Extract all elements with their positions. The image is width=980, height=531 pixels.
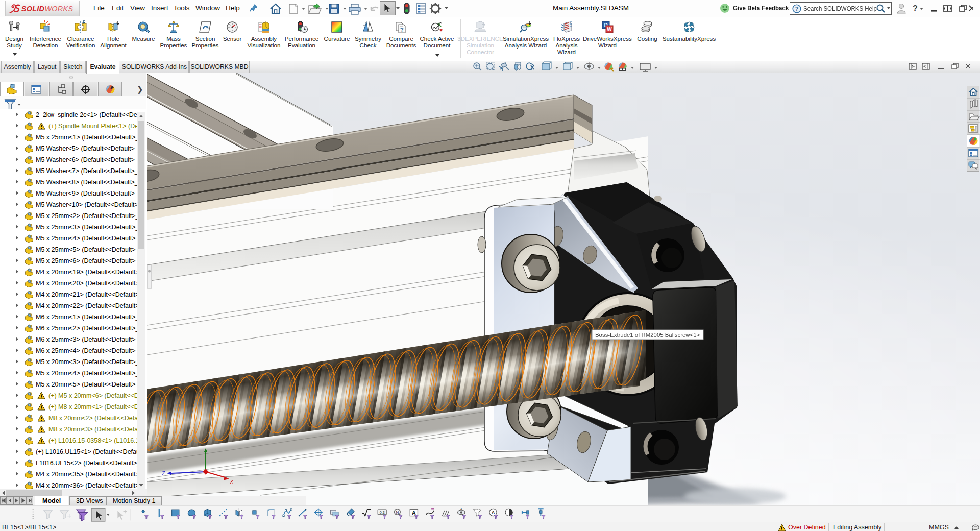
svg-text:X: X: [229, 479, 234, 485]
svg-text:A: A: [491, 510, 495, 515]
svg-text:WORKS: WORKS: [44, 4, 73, 12]
svg-text:W: W: [607, 27, 612, 32]
svg-text:?: ?: [913, 4, 918, 13]
svg-text:N: N: [396, 510, 399, 515]
svg-text:SOLID: SOLID: [21, 4, 44, 12]
svg-text:Z: Z: [161, 470, 165, 476]
svg-text:?: ?: [795, 6, 799, 12]
svg-text:A: A: [412, 510, 416, 516]
svg-text:?: ?: [400, 27, 403, 33]
svg-text:Boss-Extrude1 of RM2005 Ballsc: Boss-Extrude1 of RM2005 Ballscrew<1>: [595, 332, 700, 338]
svg-text:0.3: 0.3: [380, 511, 385, 515]
